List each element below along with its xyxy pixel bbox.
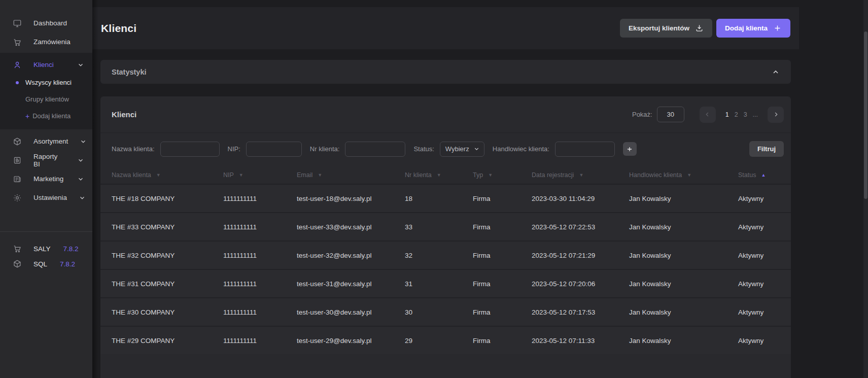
news-icon: [13, 175, 22, 184]
clients-panel-title: Klienci: [112, 110, 136, 119]
prev-page-button[interactable]: [700, 107, 716, 123]
filter-status-label: Status:: [413, 145, 434, 153]
column-header-nip[interactable]: NIP▼: [223, 171, 297, 179]
cell-email: test-user-30@dev.saly.pl: [297, 308, 405, 316]
sidebar-item-label: Dashboard: [33, 19, 67, 27]
sidebar-item-dodaj-klienta[interactable]: + Dodaj klienta: [0, 108, 92, 124]
sidebar-item-ustawienia[interactable]: Ustawienia: [0, 188, 92, 207]
sidebar: Dashboard Zamówienia Klienci Wszyscy kli…: [0, 0, 92, 378]
sidebar-item-wszyscy-klienci[interactable]: Wszyscy klienci: [0, 74, 92, 91]
next-page-button[interactable]: [768, 107, 784, 123]
monitor-icon: [13, 19, 22, 28]
cell-nip: 1111111111: [223, 195, 297, 202]
cell-date: 2023-05-12 07:20:06: [532, 280, 629, 288]
sidebar-subitem-label: Dodaj klienta: [32, 112, 71, 120]
filter-name-label: Nazwa klienta:: [112, 145, 155, 153]
table-row[interactable]: THE #33 COMPANY 1111111111 test-user-33@…: [100, 212, 791, 240]
scrollbar-thumb[interactable]: [864, 31, 867, 199]
filter-handlowiec-input[interactable]: [555, 142, 615, 157]
filter-status-value: Wybierz: [445, 145, 469, 153]
export-clients-label: Eksportuj klientów: [629, 24, 689, 32]
cell-status: Aktywny: [738, 223, 780, 231]
column-header-handlowiec[interactable]: Handlowiec klienta▼: [629, 171, 738, 179]
sort-desc-icon: ▼: [488, 173, 493, 178]
page-ellipsis: ...: [753, 111, 758, 118]
statistics-panel-header[interactable]: Statystyki: [100, 60, 791, 84]
cell-typ: Firma: [473, 337, 532, 345]
cell-typ: Firma: [473, 223, 532, 231]
download-icon: [695, 24, 704, 32]
cell-status: Aktywny: [738, 308, 780, 316]
sidebar-item-label: Raporty BI: [33, 153, 65, 168]
version-number: 7.8.2: [63, 245, 79, 253]
chevron-down-icon: [80, 138, 87, 145]
chevron-right-icon: [773, 111, 779, 118]
table-row[interactable]: THE #31 COMPANY 1111111111 test-user-31@…: [100, 269, 791, 297]
column-header-status[interactable]: Status▲: [738, 171, 780, 179]
version-label: SQL: [33, 260, 47, 268]
sidebar-section-klienci: Klienci Wszyscy klienci Grupy klientów +…: [0, 53, 92, 129]
filter-submit-button[interactable]: Filtruj: [749, 141, 784, 157]
sidebar-item-dashboard[interactable]: Dashboard: [0, 14, 92, 32]
table-row[interactable]: THE #18 COMPANY 1111111111 test-user-18@…: [100, 184, 791, 212]
filter-nr-label: Nr klienta:: [310, 145, 340, 153]
clients-panel-header: Klienci Pokaż: 1 2 3 ...: [100, 96, 791, 132]
sidebar-subitem-label: Wszyscy klienci: [25, 79, 72, 86]
sidebar-item-klienci[interactable]: Klienci: [0, 55, 92, 74]
cell-handlowiec: Jan Kowalsky: [629, 223, 738, 231]
cell-name: THE #32 COMPANY: [112, 252, 223, 259]
cell-nr: 29: [405, 337, 473, 345]
add-filter-button[interactable]: [623, 142, 637, 156]
sidebar-item-zamowienia[interactable]: Zamówienia: [0, 32, 92, 51]
statistics-panel-title: Statystyki: [112, 68, 147, 76]
export-clients-button[interactable]: Eksportuj klientów: [620, 19, 712, 38]
page-number-2[interactable]: 2: [735, 111, 738, 118]
cell-nr: 32: [405, 252, 473, 259]
chevron-up-icon[interactable]: [772, 68, 780, 76]
cell-name: THE #30 COMPANY: [112, 308, 223, 316]
filter-nip-label: NIP:: [228, 145, 240, 153]
page-size-input[interactable]: [657, 107, 684, 122]
filter-nr-input[interactable]: [345, 142, 405, 157]
filter-nip-input[interactable]: [246, 142, 302, 157]
column-header-nr[interactable]: Nr klienta▼: [405, 171, 473, 179]
column-header-nazwa[interactable]: Nazwa klienta▼: [112, 171, 223, 179]
sidebar-item-raporty-bi[interactable]: Raporty BI: [0, 151, 92, 169]
sidebar-item-marketing[interactable]: Marketing: [0, 169, 92, 188]
sidebar-item-asortyment[interactable]: Asortyment: [0, 132, 92, 151]
filter-name-input[interactable]: [160, 142, 220, 157]
cell-handlowiec: Jan Kowalsky: [629, 337, 738, 345]
sort-desc-icon: ▼: [437, 173, 441, 178]
page-number-1[interactable]: 1: [725, 111, 729, 118]
column-header-data[interactable]: Data rejestracji▼: [532, 171, 629, 179]
sort-desc-icon: ▼: [687, 173, 691, 178]
cell-handlowiec: Jan Kowalsky: [629, 252, 738, 259]
cell-date: 2023-05-12 07:17:53: [532, 308, 629, 316]
sort-asc-icon: ▲: [761, 173, 766, 178]
column-header-typ[interactable]: Typ▼: [473, 171, 532, 179]
sidebar-footer: SALY 7.8.2 SQL 7.8.2: [0, 232, 92, 271]
version-sql: SQL 7.8.2: [0, 256, 92, 271]
cell-status: Aktywny: [738, 195, 780, 202]
page-title: Klienci: [101, 22, 136, 35]
add-client-label: Dodaj klienta: [725, 24, 768, 32]
filter-status-select[interactable]: Wybierz: [440, 142, 484, 157]
cell-nip: 1111111111: [223, 223, 297, 231]
sidebar-item-label: Zamówienia: [33, 38, 71, 46]
page-number-3[interactable]: 3: [744, 111, 747, 118]
cell-name: THE #18 COMPANY: [112, 195, 223, 202]
cell-email: test-user-32@dev.saly.pl: [297, 252, 405, 259]
table-row[interactable]: THE #29 COMPANY 1111111111 test-user-29@…: [100, 326, 791, 354]
user-icon: [13, 60, 22, 70]
table-row[interactable]: THE #30 COMPANY 1111111111 test-user-30@…: [100, 297, 791, 326]
add-client-button[interactable]: Dodaj klienta: [716, 19, 790, 38]
chevron-down-icon: [77, 61, 84, 68]
sidebar-subitem-label: Grupy klientów: [25, 95, 69, 103]
sidebar-item-grupy-klientow[interactable]: Grupy klientów: [0, 91, 92, 108]
sidebar-item-label: Asortyment: [33, 138, 68, 145]
table-row[interactable]: THE #32 COMPANY 1111111111 test-user-32@…: [100, 240, 791, 269]
sidebar-item-label: Marketing: [33, 175, 63, 183]
cell-date: 2023-05-12 07:21:29: [532, 252, 629, 259]
column-header-email[interactable]: Email▼: [297, 171, 405, 179]
version-saly: SALY 7.8.2: [0, 241, 92, 256]
